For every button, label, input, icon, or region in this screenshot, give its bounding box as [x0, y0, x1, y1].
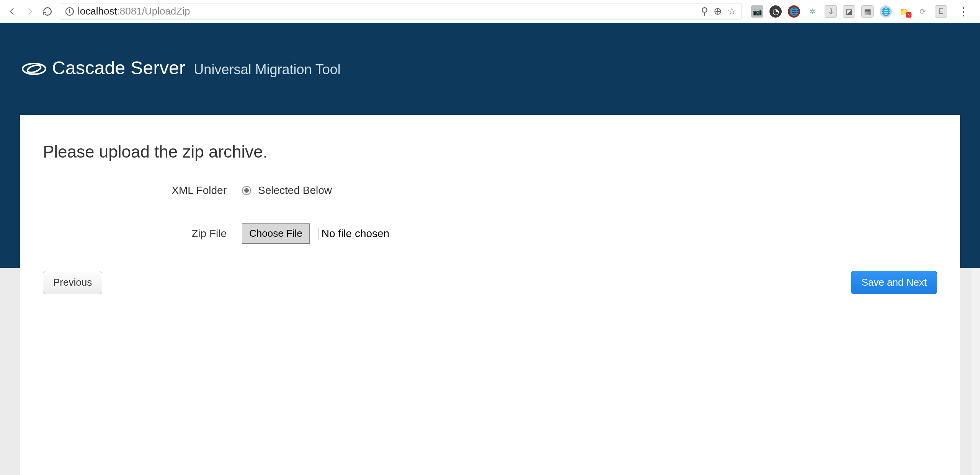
chrome-menu-icon[interactable]: ⋮ — [954, 5, 973, 18]
content-panel: Please upload the zip archive. XML Folde… — [20, 115, 960, 475]
brand-title: Cascade Server — [52, 57, 185, 78]
bookmark-star-icon[interactable]: ☆ — [727, 5, 736, 17]
site-info-icon[interactable]: i — [65, 7, 74, 16]
file-chosen-status: No file chosen — [318, 228, 389, 240]
cascade-logo-icon — [21, 61, 47, 76]
extension-icons: 📷 ◔ 🌐 ✲ ⇩ ◪ ▦ 🌐 📁× ⟳ E — [749, 5, 947, 18]
extension-download-icon[interactable]: ⇩ — [825, 5, 837, 18]
extension-globe2-icon[interactable]: 🌐 — [880, 5, 892, 18]
xml-folder-row: XML Folder Selected Below — [43, 184, 937, 197]
save-and-next-button[interactable]: Save and Next — [851, 271, 937, 294]
url-host: localhost — [78, 5, 117, 17]
address-bar[interactable]: i localhost:8081/UploadZip ⚲ ⊕ ☆ — [60, 3, 742, 20]
page-heading: Please upload the zip archive. — [43, 142, 937, 161]
url-rest: :8081/UploadZip — [117, 5, 190, 17]
extension-grid-icon[interactable]: ▦ — [861, 5, 874, 18]
xml-folder-option-label: Selected Below — [258, 184, 332, 197]
extension-circle-icon[interactable]: ◔ — [769, 5, 782, 18]
xml-folder-radio[interactable] — [242, 186, 251, 195]
previous-button[interactable]: Previous — [43, 271, 102, 294]
omnibox-actions: ⚲ ⊕ ☆ — [701, 5, 736, 17]
back-button[interactable] — [7, 6, 18, 17]
xml-folder-label: XML Folder — [43, 184, 242, 197]
svg-point-1 — [26, 64, 41, 74]
zip-file-label: Zip File — [43, 228, 242, 240]
pin-icon[interactable]: ⚲ — [701, 5, 708, 17]
radio-dot-icon — [244, 188, 249, 193]
extension-globe-icon[interactable]: 🌐 — [788, 5, 800, 18]
choose-file-button[interactable]: Choose File — [242, 223, 310, 244]
nav-buttons — [7, 6, 53, 17]
extension-letter-icon[interactable]: E — [935, 5, 947, 18]
brand-row: Cascade Server Universal Migration Tool — [0, 23, 980, 78]
zoom-icon[interactable]: ⊕ — [714, 5, 722, 17]
extension-snowflake-icon[interactable]: ✲ — [806, 5, 818, 18]
extension-folder-icon[interactable]: 📁× — [898, 5, 910, 18]
forward-button[interactable] — [24, 6, 35, 17]
zip-file-row: Zip File Choose File No file chosen — [43, 223, 937, 244]
wizard-nav-row: Previous Save and Next — [43, 271, 937, 294]
browser-toolbar: i localhost:8081/UploadZip ⚲ ⊕ ☆ 📷 ◔ 🌐 ✲… — [0, 0, 980, 23]
extension-refresh-icon[interactable]: ⟳ — [916, 5, 929, 18]
reload-button[interactable] — [42, 6, 53, 17]
url-text: localhost:8081/UploadZip — [78, 5, 190, 17]
brand-subtitle: Universal Migration Tool — [194, 62, 341, 78]
extension-square-icon[interactable]: ◪ — [843, 5, 855, 18]
extension-camera-icon[interactable]: 📷 — [751, 5, 763, 18]
